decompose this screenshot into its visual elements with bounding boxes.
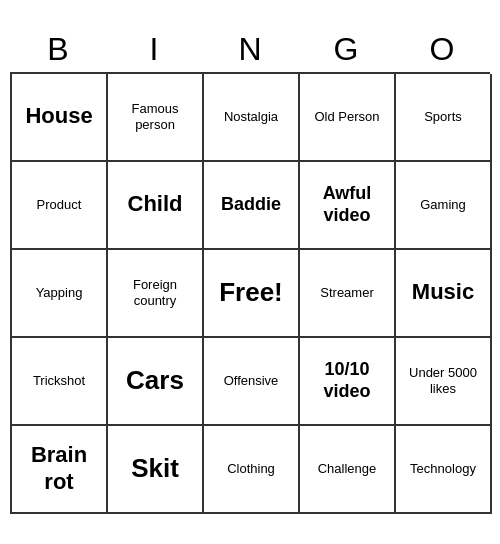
cell-label: Sports bbox=[424, 109, 462, 125]
bingo-cell: House bbox=[12, 74, 108, 162]
bingo-cell: 10/10 video bbox=[300, 338, 396, 426]
bingo-header: BINGO bbox=[10, 31, 490, 68]
bingo-letter: N bbox=[206, 31, 294, 68]
cell-label: Offensive bbox=[224, 373, 279, 389]
bingo-cell: Streamer bbox=[300, 250, 396, 338]
cell-label: Trickshot bbox=[33, 373, 85, 389]
bingo-cell: Old Person bbox=[300, 74, 396, 162]
cell-label: Music bbox=[412, 279, 474, 305]
cell-label: Baddie bbox=[221, 194, 281, 216]
cell-label: Yapping bbox=[36, 285, 83, 301]
cell-label: Cars bbox=[126, 365, 184, 396]
cell-label: Product bbox=[37, 197, 82, 213]
cell-label: Challenge bbox=[318, 461, 377, 477]
cell-label: House bbox=[25, 103, 92, 129]
bingo-cell: Famous person bbox=[108, 74, 204, 162]
cell-label: Foreign country bbox=[112, 277, 198, 308]
cell-label: 10/10 video bbox=[304, 359, 390, 402]
cell-label: Brain rot bbox=[16, 442, 102, 495]
cell-label: Famous person bbox=[112, 101, 198, 132]
bingo-cell: Foreign country bbox=[108, 250, 204, 338]
cell-label: Child bbox=[128, 191, 183, 217]
bingo-cell: Brain rot bbox=[12, 426, 108, 514]
bingo-cell: Baddie bbox=[204, 162, 300, 250]
bingo-grid: HouseFamous personNostalgiaOld PersonSpo… bbox=[10, 72, 490, 514]
bingo-cell: Clothing bbox=[204, 426, 300, 514]
bingo-cell: Offensive bbox=[204, 338, 300, 426]
bingo-letter: G bbox=[302, 31, 390, 68]
bingo-cell: Gaming bbox=[396, 162, 492, 250]
bingo-cell: Free! bbox=[204, 250, 300, 338]
cell-label: Technology bbox=[410, 461, 476, 477]
bingo-cell: Yapping bbox=[12, 250, 108, 338]
bingo-cell: Nostalgia bbox=[204, 74, 300, 162]
bingo-cell: Under 5000 likes bbox=[396, 338, 492, 426]
bingo-cell: Sports bbox=[396, 74, 492, 162]
bingo-cell: Cars bbox=[108, 338, 204, 426]
cell-label: Gaming bbox=[420, 197, 466, 213]
bingo-cell: Skit bbox=[108, 426, 204, 514]
bingo-cell: Technology bbox=[396, 426, 492, 514]
cell-label: Old Person bbox=[314, 109, 379, 125]
bingo-card: BINGO HouseFamous personNostalgiaOld Per… bbox=[10, 31, 490, 514]
cell-label: Streamer bbox=[320, 285, 373, 301]
cell-label: Free! bbox=[219, 277, 283, 308]
cell-label: Clothing bbox=[227, 461, 275, 477]
bingo-letter: B bbox=[14, 31, 102, 68]
cell-label: Under 5000 likes bbox=[400, 365, 486, 396]
bingo-cell: Product bbox=[12, 162, 108, 250]
bingo-cell: Trickshot bbox=[12, 338, 108, 426]
bingo-cell: Child bbox=[108, 162, 204, 250]
cell-label: Nostalgia bbox=[224, 109, 278, 125]
cell-label: Awful video bbox=[304, 183, 390, 226]
bingo-letter: I bbox=[110, 31, 198, 68]
bingo-cell: Awful video bbox=[300, 162, 396, 250]
cell-label: Skit bbox=[131, 453, 179, 484]
bingo-cell: Music bbox=[396, 250, 492, 338]
bingo-letter: O bbox=[398, 31, 486, 68]
bingo-cell: Challenge bbox=[300, 426, 396, 514]
